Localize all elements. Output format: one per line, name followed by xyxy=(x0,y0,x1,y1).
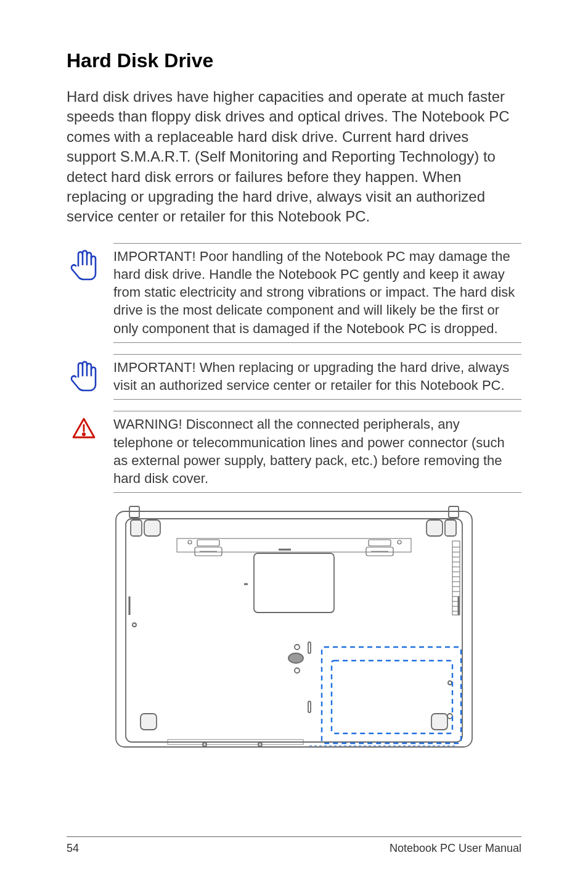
svg-rect-14 xyxy=(197,540,219,546)
page-number: 54 xyxy=(67,842,79,855)
svg-point-17 xyxy=(398,540,401,544)
svg-point-26 xyxy=(133,623,136,627)
svg-rect-47 xyxy=(308,642,311,653)
body-paragraph: Hard disk drives have higher capacities … xyxy=(67,87,521,227)
svg-rect-8 xyxy=(445,520,456,536)
svg-rect-7 xyxy=(144,520,160,536)
svg-point-43 xyxy=(288,653,303,663)
hand-stop-icon xyxy=(67,247,101,283)
svg-point-1 xyxy=(83,434,84,435)
svg-rect-10 xyxy=(141,714,157,730)
warning-triangle-icon xyxy=(67,415,101,444)
svg-rect-11 xyxy=(431,714,447,730)
svg-rect-4 xyxy=(129,506,139,518)
section-heading: Hard Disk Drive xyxy=(67,49,521,72)
hand-stop-icon xyxy=(67,358,101,394)
divider xyxy=(113,411,521,411)
divider xyxy=(113,342,521,343)
svg-rect-9 xyxy=(427,520,443,536)
divider xyxy=(113,243,521,244)
svg-point-44 xyxy=(295,668,300,673)
divider xyxy=(113,492,521,493)
page-footer: 54 Notebook PC User Manual xyxy=(67,836,521,855)
callout-text: IMPORTANT! Poor handling of the Notebook… xyxy=(101,247,521,337)
svg-rect-6 xyxy=(131,520,142,536)
svg-rect-2 xyxy=(116,511,472,747)
callout-text: WARNING! Disconnect all the connected pe… xyxy=(101,415,521,487)
callout-important-2: IMPORTANT! When replacing or upgrading t… xyxy=(67,358,521,395)
callout-warning: WARNING! Disconnect all the connected pe… xyxy=(67,415,521,487)
svg-rect-48 xyxy=(308,701,311,712)
svg-rect-18 xyxy=(369,540,391,546)
divider xyxy=(113,399,521,400)
svg-point-51 xyxy=(448,681,452,685)
svg-point-13 xyxy=(188,540,192,544)
callout-important-1: IMPORTANT! Poor handling of the Notebook… xyxy=(67,247,521,337)
svg-point-42 xyxy=(295,645,300,650)
svg-rect-5 xyxy=(449,506,459,518)
svg-rect-12 xyxy=(177,538,411,552)
callout-text: IMPORTANT! When replacing or upgrading t… xyxy=(101,358,521,395)
manual-title: Notebook PC User Manual xyxy=(390,842,521,855)
laptop-bottom-diagram xyxy=(67,504,521,752)
divider xyxy=(113,354,521,355)
svg-rect-21 xyxy=(254,553,334,613)
